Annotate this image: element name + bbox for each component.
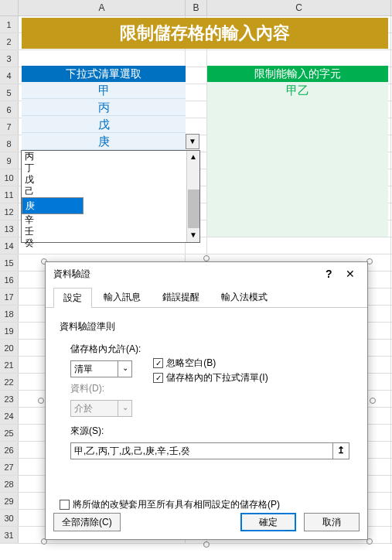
row-header[interactable]: 23 — [0, 391, 19, 407]
in-cell-dropdown-label: 儲存格內的下拉式清單(I) — [166, 371, 268, 384]
help-button[interactable]: ? — [319, 268, 339, 280]
row-header[interactable]: 9 — [0, 152, 19, 169]
row-header[interactable]: 29 — [0, 493, 19, 509]
row-header[interactable]: 30 — [0, 510, 19, 526]
col-header-dropdown: 下拉式清單選取 — [22, 66, 186, 82]
scroll-thumb[interactable] — [188, 190, 199, 228]
close-button[interactable]: ✕ — [341, 268, 360, 280]
cell-A4[interactable]: 甲 — [22, 82, 186, 99]
scroll-up-icon[interactable]: ▲ — [187, 151, 199, 164]
row-header[interactable]: 3 — [0, 50, 19, 67]
dropdown-item[interactable]: 壬 — [22, 226, 199, 237]
data-validation-dialog: 資料驗證 ? ✕ 設定 輸入訊息 錯誤提醒 輸入法模式 資料驗證準則 儲存格內允… — [45, 261, 368, 540]
row-header[interactable]: 13 — [0, 220, 19, 237]
row-header[interactable]: 21 — [0, 357, 19, 373]
validation-criteria-label: 資料驗證準則 — [60, 320, 353, 333]
row-header[interactable]: 8 — [0, 135, 19, 152]
dropdown-item[interactable]: 丙 — [22, 151, 199, 162]
row-header[interactable]: 1 — [0, 16, 19, 32]
row-header[interactable]: 31 — [0, 527, 19, 543]
cell-A5[interactable]: 丙 — [22, 99, 186, 116]
row-header[interactable]: 27 — [0, 459, 19, 475]
tab-error-alert[interactable]: 錯誤提醒 — [152, 287, 210, 307]
dropdown-item[interactable]: 庚 — [22, 197, 84, 214]
row-header[interactable]: 10 — [0, 169, 19, 186]
restrict-cells-range[interactable]: 甲乙 — [207, 82, 388, 237]
col-header-B[interactable]: B — [186, 0, 207, 15]
cell-dropdown-arrow[interactable]: ▼ — [186, 134, 199, 149]
column-headers: A B C — [0, 0, 392, 16]
ignore-blank-checkbox[interactable]: ✓ — [153, 358, 163, 368]
dropdown-item[interactable]: 辛 — [22, 214, 199, 226]
selection-handle[interactable] — [203, 255, 210, 261]
cell[interactable] — [19, 50, 186, 67]
chevron-down-icon: ⌄ — [118, 401, 131, 416]
in-cell-dropdown-checkbox[interactable]: ✓ — [153, 373, 163, 383]
dialog-tabs: 設定 輸入訊息 錯誤提醒 輸入法模式 — [46, 285, 367, 308]
col-header-A[interactable]: A — [19, 0, 186, 15]
tab-input-message[interactable]: 輸入訊息 — [94, 287, 151, 307]
cell[interactable] — [207, 50, 391, 67]
selection-handle[interactable] — [38, 398, 44, 404]
cell[interactable] — [207, 237, 391, 254]
dialog-titlebar[interactable]: 資料驗證 ? ✕ — [46, 262, 367, 285]
col-header-restrict: 限制能輸入的字元 — [207, 66, 388, 82]
row-header[interactable]: 14 — [0, 237, 19, 254]
source-input[interactable]: 甲,乙,丙,丁,戊,己,庚,辛,壬,癸 — [70, 442, 333, 459]
title-banner: 限制儲存格的輸入內容 — [22, 18, 388, 49]
apply-changes-checkbox[interactable] — [60, 500, 70, 510]
row-header[interactable]: 18 — [0, 306, 19, 322]
dropdown-item[interactable]: 己 — [22, 186, 199, 197]
cell[interactable] — [186, 67, 207, 84]
tab-settings[interactable]: 設定 — [53, 288, 92, 308]
row-header[interactable]: 17 — [0, 289, 19, 305]
row-header[interactable]: 24 — [0, 408, 19, 424]
validation-dropdown-list[interactable]: 丙丁戊己庚辛壬癸 ▲ ▼ — [21, 150, 200, 243]
select-all-corner[interactable] — [0, 0, 19, 15]
col-header-C[interactable]: C — [207, 0, 391, 15]
row-header[interactable]: 19 — [0, 323, 19, 339]
dropdown-item[interactable]: 丁 — [22, 162, 199, 174]
cell-A7[interactable]: 庚 — [22, 133, 186, 150]
selection-handle[interactable] — [370, 398, 376, 404]
allow-label: 儲存格內允許(A): — [70, 343, 141, 356]
dropdown-scrollbar[interactable]: ▲ ▼ — [186, 151, 199, 242]
tab-ime-mode[interactable]: 輸入法模式 — [211, 287, 278, 307]
range-picker-button[interactable]: ↥ — [332, 442, 349, 459]
selection-handle[interactable] — [203, 541, 210, 548]
chevron-down-icon: ⌄ — [118, 361, 131, 377]
clear-all-button[interactable]: 全部清除(C) — [53, 513, 121, 531]
row-header[interactable]: 2 — [0, 33, 19, 50]
row-header[interactable]: 25 — [0, 425, 19, 441]
dropdown-item[interactable]: 戊 — [22, 174, 199, 186]
row-header[interactable]: 16 — [0, 271, 19, 288]
dropdown-item[interactable]: 癸 — [22, 237, 199, 249]
row: 3 — [0, 50, 392, 67]
cell-A6[interactable]: 戊 — [22, 116, 186, 133]
row-header[interactable]: 7 — [0, 118, 19, 135]
row-header[interactable]: 5 — [0, 84, 19, 101]
source-label: 來源(S): — [70, 425, 353, 438]
cancel-button[interactable]: 取消 — [304, 513, 360, 531]
row-header[interactable]: 4 — [0, 67, 19, 84]
dialog-title-text: 資料驗證 — [53, 262, 90, 285]
row-header[interactable]: 22 — [0, 374, 19, 390]
apply-changes-label: 將所做的改變套用至所有具有相同設定的儲存格(P) — [73, 498, 280, 511]
row-header[interactable]: 12 — [0, 203, 19, 220]
row-header[interactable]: 11 — [0, 186, 19, 203]
row-header[interactable]: 6 — [0, 101, 19, 118]
cell[interactable] — [186, 118, 207, 135]
cell[interactable] — [186, 101, 207, 118]
row-header[interactable]: 15 — [0, 254, 19, 271]
dropdown-cells-range[interactable]: 甲 丙 戊 庚 — [22, 82, 186, 150]
cell[interactable] — [186, 50, 207, 67]
ok-button[interactable]: 確定 — [240, 513, 296, 531]
row-header[interactable]: 26 — [0, 442, 19, 458]
cell[interactable] — [186, 84, 207, 101]
row-header[interactable]: 20 — [0, 340, 19, 356]
scroll-down-icon[interactable]: ▼ — [187, 229, 199, 242]
row-header[interactable]: 28 — [0, 476, 19, 492]
allow-select[interactable]: 清單⌄ — [70, 360, 132, 377]
cell-C4[interactable]: 甲乙 — [207, 82, 388, 99]
ignore-blank-label: 忽略空白(B) — [166, 357, 216, 370]
